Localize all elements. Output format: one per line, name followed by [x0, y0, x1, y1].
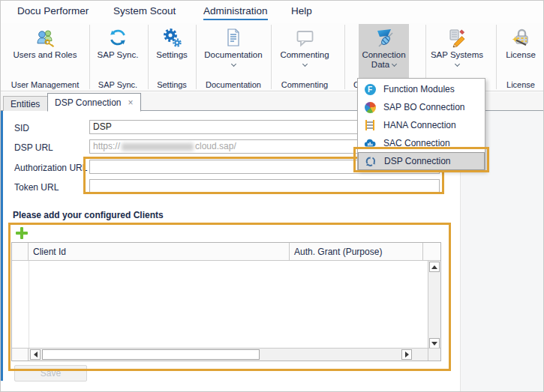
dsp-url-label: DSP URL [14, 142, 53, 153]
tab-label: Entities [11, 99, 40, 109]
menu-item-label: SAP BO Connection [383, 102, 465, 112]
page-left-accent-border [1, 111, 3, 381]
tab-label: DSP Connection [55, 97, 122, 108]
ribbon-button-label: Documentation [204, 50, 262, 60]
token-url-input[interactable] [89, 179, 440, 193]
dsp-swirl-icon [365, 155, 377, 167]
menu-item-sac-connection[interactable]: SAC Connection [358, 134, 485, 152]
add-client-button[interactable] [16, 227, 28, 239]
sid-label: SID [14, 123, 29, 133]
sync-icon [108, 26, 128, 49]
menu-bar: Docu Performer System Scout Administrati… [1, 1, 543, 23]
ribbon-button-users-and-roles[interactable]: Users and Roles [10, 24, 80, 78]
scrollbar-stub-cell [12, 349, 29, 361]
document-icon [224, 26, 243, 49]
ribbon-group-label-license: License [476, 80, 544, 89]
authorization-url-label: Authorization URL [14, 163, 87, 173]
row-indicator-header [12, 243, 29, 260]
menu-item-docu-performer[interactable]: Docu Performer [17, 5, 89, 19]
redacted-url-segment [122, 143, 194, 151]
ribbon-button-label: SAP Sync. [98, 50, 139, 60]
vertical-scrollbar[interactable] [428, 261, 440, 349]
scroll-down-button[interactable] [429, 338, 440, 349]
menu-item-help[interactable]: Help [291, 5, 312, 19]
users-roles-icon [35, 26, 56, 49]
ribbon-button-label: License [506, 50, 536, 60]
column-header-client-id[interactable]: Client Id [29, 243, 290, 260]
save-button[interactable]: Save [14, 365, 87, 382]
menu-item-dsp-connection[interactable]: DSP Connection [358, 152, 485, 170]
ribbon-button-label: Commenting [280, 50, 329, 60]
column-header-filler [423, 243, 440, 260]
function-module-icon: F [364, 83, 376, 95]
menu-item-administration[interactable]: Administration [203, 5, 268, 20]
menu-item-label: DSP Connection [384, 156, 451, 166]
chevron-down-icon [302, 61, 307, 67]
server-pencil-icon [447, 26, 467, 49]
clients-table-header: Client Id Auth. Grant (Purpose) [12, 243, 440, 261]
app-window: Docu Performer System Scout Administrati… [0, 0, 544, 392]
scroll-up-button[interactable] [429, 262, 440, 272]
ribbon-button-commenting[interactable]: Commenting [275, 24, 334, 78]
cloud-chart-icon [364, 137, 376, 149]
chevron-down-icon [230, 61, 236, 67]
connector-plug-icon [374, 26, 394, 49]
ribbon-button-label: Connection Data [359, 50, 409, 70]
token-url-label: Token URL [14, 182, 59, 193]
tab-dsp-connection[interactable]: DSP Connection × [47, 93, 141, 112]
menu-item-label: Function Modules [383, 84, 455, 94]
ribbon-button-connection-data[interactable]: Connection Data [359, 24, 409, 78]
menu-item-hana-connection[interactable]: HANA Connection [358, 116, 485, 134]
ribbon-button-sap-systems[interactable]: SAP Systems [427, 24, 487, 78]
connection-data-dropdown-menu: F Function Modules SAP BO Connection HAN… [357, 78, 485, 171]
padlock-wand-icon [511, 26, 531, 49]
ribbon-button-label: Settings [156, 50, 188, 60]
ribbon-button-label: Users and Roles [13, 50, 77, 60]
column-header-auth-grant[interactable]: Auth. Grant (Purpose) [290, 243, 423, 260]
gears-icon [162, 26, 182, 49]
clients-section-heading: Please add your configured Clients [13, 210, 164, 220]
ribbon-button-settings[interactable]: Settings [152, 24, 191, 78]
scrollbar-corner [428, 348, 440, 361]
menu-item-sap-bo-connection[interactable]: SAP BO Connection [358, 98, 485, 116]
clients-table: Client Id Auth. Grant (Purpose) [11, 242, 441, 361]
ribbon-button-sap-sync[interactable]: SAP Sync. [94, 24, 142, 78]
horizontal-scrollbar[interactable] [12, 348, 428, 361]
ribbon-group-label-commenting: Commenting [260, 80, 350, 89]
bo-sphere-icon [364, 101, 376, 113]
ribbon-button-documentation[interactable]: Documentation [200, 24, 266, 78]
ribbon-button-license[interactable]: License [500, 24, 541, 78]
close-icon[interactable]: × [128, 97, 134, 108]
ribbon-button-label: SAP Systems [431, 50, 483, 60]
indicator-column-divider [29, 261, 29, 349]
chevron-down-icon [454, 61, 459, 67]
menu-item-label: SAC Connection [383, 138, 450, 148]
hana-list-icon [364, 119, 376, 131]
menu-item-function-modules[interactable]: F Function Modules [358, 80, 485, 98]
menu-item-label: HANA Connection [383, 120, 456, 130]
scroll-right-button[interactable] [401, 349, 412, 360]
speech-bubble-icon [295, 26, 315, 49]
horizontal-scroll-thumb[interactable] [42, 349, 260, 360]
chevron-down-icon [392, 61, 397, 67]
scroll-left-button[interactable] [30, 349, 41, 360]
menu-item-system-scout[interactable]: System Scout [113, 5, 176, 19]
